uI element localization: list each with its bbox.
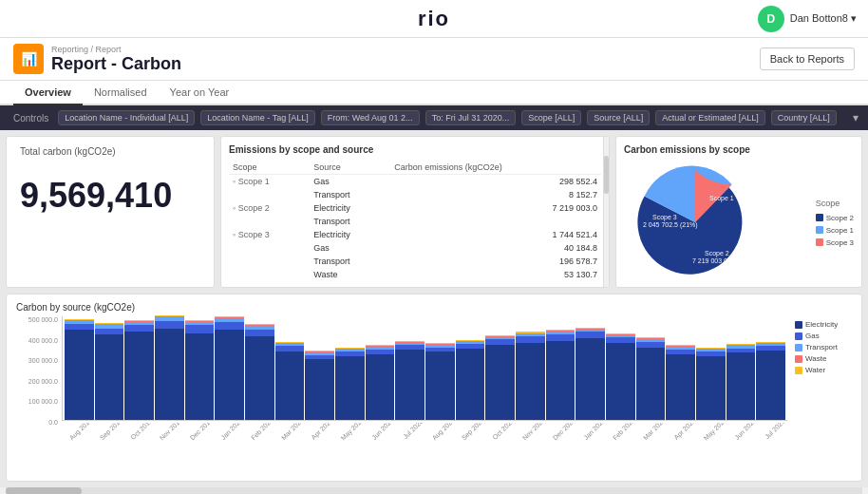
value-cell: 298 552.4 bbox=[390, 175, 601, 189]
filter-actual-estimated[interactable]: Actual or Estimated [ALL] bbox=[655, 110, 765, 125]
avatar[interactable]: D bbox=[758, 6, 784, 32]
filter-scope[interactable]: Scope [ALL] bbox=[521, 110, 581, 125]
bar-group bbox=[456, 318, 485, 420]
bar-stack bbox=[456, 339, 485, 420]
col-scope: Scope bbox=[229, 161, 310, 175]
bar-segment-elec bbox=[155, 329, 184, 420]
bar-segment-elec bbox=[576, 338, 605, 420]
bar-stack bbox=[546, 330, 576, 420]
scope-cell: ◦ Scope 1 bbox=[229, 175, 310, 189]
user-area: D Dan Botton8 ▾ bbox=[758, 6, 857, 32]
bar-segment-elec bbox=[726, 352, 756, 420]
bar-segment-elec bbox=[335, 356, 365, 420]
bar-stack bbox=[666, 345, 695, 420]
value-cell: 196 578.7 bbox=[390, 255, 601, 268]
filter-location-individual[interactable]: Location Name - Individual [ALL] bbox=[58, 110, 195, 125]
bar-group bbox=[516, 318, 545, 420]
report-icon: 📊 bbox=[13, 44, 44, 74]
filter-from-date[interactable]: From: Wed Aug 01 2... bbox=[321, 110, 420, 125]
bar-stack bbox=[95, 323, 124, 420]
scope-cell bbox=[229, 268, 310, 281]
col-source: Source bbox=[310, 161, 390, 175]
tab-year-on-year[interactable]: Year on Year bbox=[159, 81, 241, 105]
bar-segment-gas bbox=[155, 321, 184, 329]
bar-segment-elec bbox=[305, 359, 334, 420]
y-0: 0.0 bbox=[16, 419, 58, 426]
bar-group bbox=[485, 318, 515, 420]
pie-label-scope1: Scope 1 bbox=[709, 195, 734, 202]
filter-source[interactable]: Source [ALL] bbox=[587, 110, 650, 125]
legend-electricity: Electricity bbox=[795, 320, 852, 329]
bar-segment-elec bbox=[366, 354, 395, 420]
bar-group bbox=[155, 318, 184, 420]
value-cell: 40 184.8 bbox=[390, 241, 601, 255]
table-row: ◦ Scope 1 Gas 298 552.4 bbox=[229, 175, 601, 189]
source-cell: Electricity bbox=[310, 228, 390, 241]
pie-label-scope2: Scope 2 bbox=[705, 250, 729, 257]
legend-gas: Gas bbox=[795, 332, 852, 340]
controls-button[interactable]: Controls bbox=[9, 111, 52, 125]
bar-group bbox=[666, 318, 695, 420]
filter-bar: Controls Location Name - Individual [ALL… bbox=[0, 105, 868, 130]
legend-label-water: Water bbox=[805, 366, 825, 374]
tab-overview[interactable]: Overview bbox=[13, 81, 83, 105]
value-cell: 53 130.7 bbox=[390, 268, 601, 281]
filter-country[interactable]: Country [ALL] bbox=[771, 110, 837, 125]
bar-segment-elec bbox=[425, 352, 455, 420]
breadcrumb-area: 📊 Reporting / Report Report - Carbon bbox=[13, 44, 181, 74]
x-axis-labels: Aug 2019Sep 2019Oct 2019Nov 2019Dec 2019… bbox=[62, 423, 787, 449]
pie-chart-card: Carbon emissions by scope Scope 3 2 045 … bbox=[615, 136, 862, 288]
table-row: ◦ Scope 3 Electricity 1 744 521.4 bbox=[229, 228, 601, 241]
pie-chart-svg: Scope 3 2 045 702.5 (21%) Scope 2 7 219 … bbox=[624, 161, 776, 284]
scope-cell bbox=[229, 255, 310, 268]
bar-group bbox=[636, 318, 666, 420]
y-100: 100 000.0 bbox=[16, 398, 58, 405]
bar-group bbox=[425, 318, 455, 420]
legend-scope2: Scope 2 bbox=[816, 214, 854, 222]
value-cell: 7 219 003.0 bbox=[390, 201, 601, 215]
filter-to-date[interactable]: To: Fri Jul 31 2020... bbox=[425, 110, 517, 125]
legend-label-transport: Transport bbox=[805, 343, 838, 352]
source-cell: Waste bbox=[310, 268, 390, 281]
table-row: Transport 196 578.7 bbox=[229, 255, 601, 268]
bar-segment-gas bbox=[516, 336, 545, 343]
bar-area: Aug 2019Sep 2019Oct 2019Nov 2019Dec 2019… bbox=[62, 316, 787, 449]
bar-group bbox=[726, 318, 756, 420]
page-title: Report - Carbon bbox=[51, 54, 181, 74]
horizontal-scrollbar[interactable] bbox=[6, 487, 862, 494]
legend-scope3: Scope 3 bbox=[816, 238, 854, 247]
legend-label-scope1: Scope 1 bbox=[826, 226, 854, 235]
emissions-table-title: Emissions by scope and source bbox=[229, 144, 601, 155]
bar-stack bbox=[696, 348, 726, 420]
legend-dot-water bbox=[795, 367, 802, 374]
emissions-table: Scope Source Carbon emissions (kgCO2e) ◦… bbox=[229, 161, 601, 281]
bar-group bbox=[215, 318, 244, 420]
scope-cell: ◦ Scope 3 bbox=[229, 228, 310, 241]
bar-stack bbox=[335, 348, 365, 420]
bar-chart-card: Carbon by source (kgCO2e) 500 000.0 400 … bbox=[6, 294, 862, 482]
pie-legend: Scope Scope 2 Scope 1 Scope 3 bbox=[816, 199, 854, 247]
filter-dropdown-icon[interactable]: ▾ bbox=[853, 111, 859, 124]
value-cell: 8 152.7 bbox=[390, 188, 601, 201]
bar-chart-container: 500 000.0 400 000.0 300 000.0 200 000.0 … bbox=[16, 316, 852, 449]
breadcrumb: Reporting / Report bbox=[51, 45, 181, 54]
bar-stack bbox=[185, 320, 215, 420]
bar-stack bbox=[245, 324, 274, 420]
bar-segment-gas bbox=[576, 332, 605, 338]
user-name-label[interactable]: Dan Botton8 ▾ bbox=[790, 12, 857, 25]
filter-location-tag[interactable]: Location Name - Tag [ALL] bbox=[200, 110, 314, 125]
value-cell: 1 744 521.4 bbox=[390, 228, 601, 241]
bar-segment-elec bbox=[245, 336, 274, 420]
table-scrollbar[interactable] bbox=[603, 137, 609, 287]
tab-normalised[interactable]: Normalised bbox=[83, 81, 159, 105]
bar-group bbox=[65, 318, 94, 420]
source-cell: Transport bbox=[310, 255, 390, 268]
bar-segment-elec bbox=[666, 354, 695, 420]
bar-group bbox=[185, 318, 215, 420]
bar-group bbox=[124, 318, 154, 420]
bar-segment-elec bbox=[516, 343, 545, 420]
back-to-reports-button[interactable]: Back to Reports bbox=[760, 48, 855, 70]
legend-transport: Transport bbox=[795, 343, 852, 352]
bar-segment-elec bbox=[606, 343, 635, 420]
bar-segment-elec bbox=[124, 332, 154, 420]
